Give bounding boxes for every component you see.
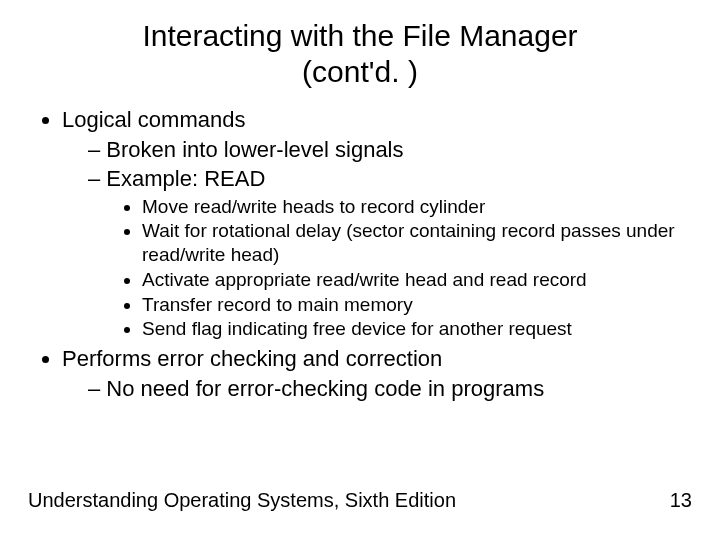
bullet-list-level1: Logical commands Broken into lower-level… (28, 106, 692, 402)
slide-footer: Understanding Operating Systems, Sixth E… (28, 489, 692, 512)
bullet-text: Logical commands (62, 107, 245, 132)
bullet-text: Transfer record to main memory (142, 294, 413, 315)
bullet-list-level3: Move read/write heads to record cylinder… (88, 195, 692, 342)
page-number: 13 (670, 489, 692, 512)
bullet-l3-item: Move read/write heads to record cylinder (142, 195, 692, 219)
bullet-text: Wait for rotational delay (sector contai… (142, 220, 675, 265)
footer-source: Understanding Operating Systems, Sixth E… (28, 489, 456, 512)
bullet-l2-item: No need for error-checking code in progr… (88, 375, 692, 403)
title-line-1: Interacting with the File Manager (142, 19, 577, 52)
slide-title: Interacting with the File Manager (cont'… (0, 0, 720, 90)
bullet-l1-item: Logical commands Broken into lower-level… (62, 106, 692, 341)
bullet-text: Move read/write heads to record cylinder (142, 196, 485, 217)
bullet-l3-item: Send flag indicating free device for ano… (142, 317, 692, 341)
bullet-l2-item: Example: READ Move read/write heads to r… (88, 165, 692, 341)
bullet-text: Example: READ (106, 166, 265, 191)
slide: Interacting with the File Manager (cont'… (0, 0, 720, 540)
bullet-text: Broken into lower-level signals (106, 137, 403, 162)
bullet-l3-item: Activate appropriate read/write head and… (142, 268, 692, 292)
slide-body: Logical commands Broken into lower-level… (0, 90, 720, 402)
bullet-l3-item: Transfer record to main memory (142, 293, 692, 317)
bullet-list-level2: Broken into lower-level signals Example:… (62, 136, 692, 342)
bullet-l1-item: Performs error checking and correction N… (62, 345, 692, 402)
bullet-text: Performs error checking and correction (62, 346, 442, 371)
title-line-2: (cont'd. ) (302, 55, 418, 88)
bullet-text: Send flag indicating free device for ano… (142, 318, 572, 339)
bullet-list-level2: No need for error-checking code in progr… (62, 375, 692, 403)
bullet-l3-item: Wait for rotational delay (sector contai… (142, 219, 692, 267)
bullet-text: Activate appropriate read/write head and… (142, 269, 587, 290)
bullet-text: No need for error-checking code in progr… (106, 376, 544, 401)
bullet-l2-item: Broken into lower-level signals (88, 136, 692, 164)
